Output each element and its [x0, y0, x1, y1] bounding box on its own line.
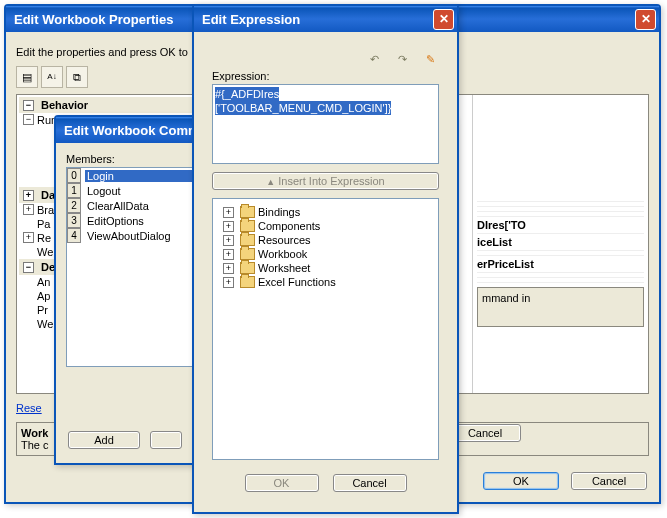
folder-icon [240, 220, 255, 232]
tree-item-bindings[interactable]: +Bindings [217, 205, 434, 219]
categorize-icon[interactable]: ▤ [16, 66, 38, 88]
ok-button[interactable]: OK [483, 472, 559, 490]
tree-item-components[interactable]: +Components [217, 219, 434, 233]
cancel-button[interactable]: Cancel [333, 474, 407, 492]
expand-icon[interactable]: + [23, 232, 34, 243]
expression-tree[interactable]: +Bindings +Components +Resources +Workbo… [212, 198, 439, 460]
value-cell[interactable]: erPriceList [477, 256, 644, 273]
expand-icon[interactable]: + [223, 249, 234, 260]
expand-icon[interactable]: + [223, 235, 234, 246]
insert-into-expression-button[interactable]: ▲ Insert Into Expression [212, 172, 439, 190]
expand-icon[interactable]: + [23, 204, 34, 215]
dlgA-right-values: DIres['TO iceList erPriceList mmand in [472, 95, 648, 393]
behavior-category[interactable]: −Behavior [19, 97, 194, 113]
prop-pages-icon[interactable]: ⧉ [66, 66, 88, 88]
reset-link[interactable]: Rese [16, 402, 42, 414]
cancel-button[interactable]: Cancel [449, 424, 521, 442]
folder-icon [240, 248, 255, 260]
folder-icon [240, 276, 255, 288]
close-icon[interactable]: ✕ [433, 9, 454, 30]
expand-icon[interactable]: + [223, 221, 234, 232]
expand-icon[interactable]: + [223, 263, 234, 274]
dlgB-title: Edit Workbook Comm [64, 123, 200, 138]
tree-item-workbook[interactable]: +Workbook [217, 247, 434, 261]
expand-icon[interactable]: + [223, 207, 234, 218]
cancel-button[interactable]: Cancel [571, 472, 647, 490]
ok-button[interactable]: OK [245, 474, 319, 492]
value-cell[interactable]: iceList [477, 234, 644, 251]
expand-icon[interactable]: + [23, 190, 34, 201]
close-icon[interactable]: ✕ [635, 9, 656, 30]
dlgC-title: Edit Expression [202, 12, 300, 27]
folder-icon [240, 234, 255, 246]
tree-item-excel-functions[interactable]: +Excel Functions [217, 275, 434, 289]
expand-icon[interactable]: + [223, 277, 234, 288]
dlgC-titlebar[interactable]: Edit Expression ✕ [194, 6, 457, 32]
add-button[interactable]: Add [68, 431, 140, 449]
folder-icon [240, 206, 255, 218]
folder-icon [240, 262, 255, 274]
undo-icon[interactable]: ↶ [365, 50, 383, 68]
expression-input[interactable]: #{_ADFDIres ['TOOLBAR_MENU_CMD_LOGIN']} [212, 84, 439, 164]
expression-label: Expression: [204, 70, 447, 82]
pencil-icon[interactable]: ✎ [421, 50, 439, 68]
collapse-icon[interactable]: − [23, 100, 34, 111]
redo-icon[interactable]: ↷ [393, 50, 411, 68]
sort-az-icon[interactable]: A↓ [41, 66, 63, 88]
edit-expression-dialog: Edit Expression ✕ ↶ ↷ ✎ Expression: #{_A… [192, 4, 459, 514]
remove-button[interactable] [150, 431, 182, 449]
tree-item-worksheet[interactable]: +Worksheet [217, 261, 434, 275]
description-box: mmand in [477, 287, 644, 327]
up-arrow-icon: ▲ [266, 177, 275, 187]
dlgA-title: Edit Workbook Properties [14, 12, 173, 27]
value-cell[interactable]: DIres['TO [477, 217, 644, 234]
tree-item-resources[interactable]: +Resources [217, 233, 434, 247]
expression-toolbar: ↶ ↷ ✎ [204, 42, 447, 70]
collapse-icon[interactable]: − [23, 114, 34, 125]
collapse-icon[interactable]: − [23, 262, 34, 273]
